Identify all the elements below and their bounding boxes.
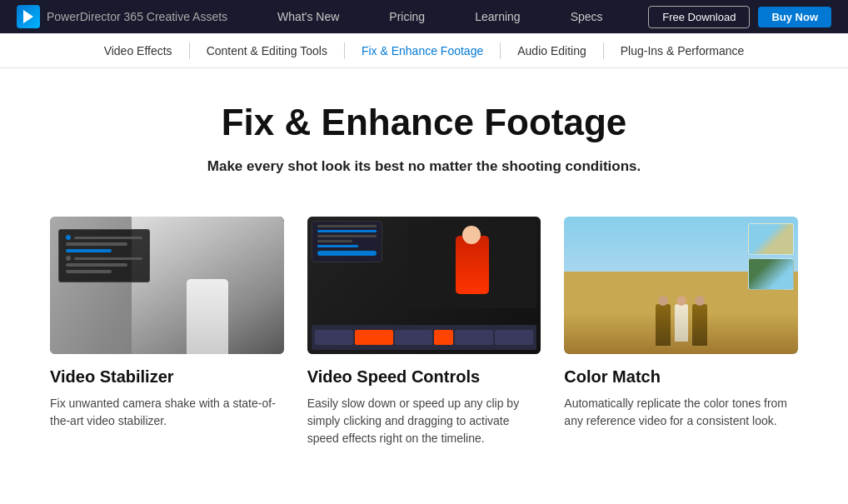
free-download-button[interactable]: Free Download <box>648 6 750 28</box>
thumb1 <box>748 223 794 255</box>
card2-image <box>307 217 541 354</box>
card-color-match: Color Match Automatically replicate the … <box>564 217 798 447</box>
logo-text: PowerDirector 365 Creative Assets <box>47 10 227 23</box>
logo-area[interactable]: PowerDirector 365 Creative Assets <box>17 5 227 28</box>
buy-now-button[interactable]: Buy Now <box>758 7 831 27</box>
card3-image <box>564 217 798 354</box>
card2-description: Easily slow down or speed up any clip by… <box>307 395 541 447</box>
nav-buttons: Free Download Buy Now <box>648 6 831 28</box>
page-title: Fix & Enhance Footage <box>50 102 798 143</box>
feature-cards: Video Stabilizer Fix unwanted camera sha… <box>50 217 798 447</box>
sub-navigation: Video Effects Content & Editing Tools Fi… <box>0 33 848 68</box>
top-navigation: PowerDirector 365 Creative Assets What's… <box>0 0 848 33</box>
nav-specs[interactable]: Specs <box>546 0 628 33</box>
card3-title: Color Match <box>564 367 798 387</box>
logo-icon <box>17 5 40 28</box>
card-video-speed: Video Speed Controls Easily slow down or… <box>307 217 541 447</box>
subnav-audio-editing[interactable]: Audio Editing <box>501 33 603 67</box>
card3-description: Automatically replicate the color tones … <box>564 395 798 430</box>
svg-marker-0 <box>23 10 33 23</box>
card1-title: Video Stabilizer <box>50 367 284 387</box>
subnav-video-effects[interactable]: Video Effects <box>87 33 189 67</box>
subnav-fix-enhance[interactable]: Fix & Enhance Footage <box>345 33 500 67</box>
main-content: Fix & Enhance Footage Make every shot lo… <box>0 68 848 481</box>
nav-pricing[interactable]: Pricing <box>364 0 450 33</box>
subnav-content-editing[interactable]: Content & Editing Tools <box>190 33 344 67</box>
card1-description: Fix unwanted camera shake with a state-o… <box>50 395 284 430</box>
card-video-stabilizer: Video Stabilizer Fix unwanted camera sha… <box>50 217 284 447</box>
page-subtitle: Make every shot look its best no matter … <box>50 158 798 175</box>
card1-image <box>50 217 284 354</box>
thumb2 <box>748 258 794 290</box>
nav-links: What's New Pricing Learning Specs <box>252 0 648 33</box>
nav-whats-new[interactable]: What's New <box>252 0 364 33</box>
nav-learning[interactable]: Learning <box>450 0 546 33</box>
subnav-plugins[interactable]: Plug-Ins & Performance <box>604 33 761 67</box>
card2-title: Video Speed Controls <box>307 367 541 387</box>
